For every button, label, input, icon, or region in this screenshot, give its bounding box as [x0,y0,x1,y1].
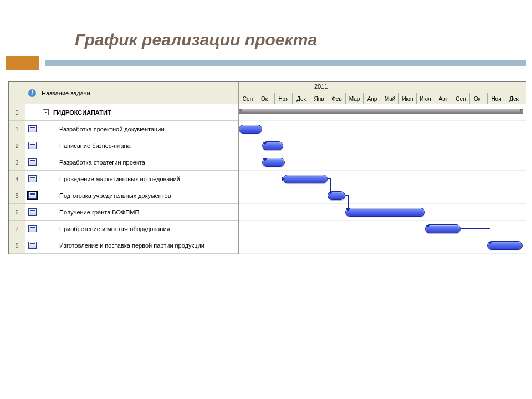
task-row-name: Получение гранта БОФПМП [39,204,238,220]
task-row-name: -ГИДРОКСИАПАТИТ [39,104,238,120]
task-row-name: Проведение маркетинговых исследований [39,171,238,187]
timeline-header: 2011 СенОктНояДекЯнвФевМарАпрМайИюнИюлАв… [239,82,526,104]
calendar-icon [28,175,37,182]
calendar-icon [28,242,37,249]
timeline-month: Июн [398,93,416,104]
gantt-bar[interactable] [239,125,262,134]
task-row[interactable]: 5Подготовка учредительных документов [9,187,238,204]
task-row-indicator [25,121,39,137]
task-table-header: i Название задачи [9,82,238,104]
task-row-name: Разработка проектной документации [39,121,238,137]
task-row-name: Подготовка учредительных документов [39,187,238,203]
timeline-month: Окт [257,93,274,104]
task-row-number: 2 [9,137,25,154]
gantt-chart: i Название задачи 0-ГИДРОКСИАПАТИТ1Разра… [8,81,526,254]
task-row-number: 4 [9,171,25,187]
task-row-indicator [25,137,39,154]
timeline-row[interactable] [239,154,526,171]
timeline[interactable]: 2011 СенОктНояДекЯнвФевМарАпрМайИюнИюлАв… [239,82,526,254]
task-row-name: Разработка стратегии проекта [39,154,238,170]
task-row-indicator [25,171,39,187]
task-row[interactable]: 7Приобретение и монтаж оборудования [9,221,238,237]
calendar-icon [28,158,37,166]
gantt-bar[interactable] [487,241,523,250]
task-row-indicator [25,221,39,237]
timeline-row[interactable] [239,121,526,137]
timeline-month: Ноя [274,93,292,104]
accent-bar [0,56,532,70]
task-table: i Название задачи 0-ГИДРОКСИАПАТИТ1Разра… [9,82,239,254]
timeline-row[interactable] [239,221,526,237]
col-header-number[interactable] [9,82,25,104]
calendar-icon [28,225,37,232]
task-row-number: 6 [9,204,25,220]
gantt-summary-bar[interactable] [239,109,523,114]
page-title: График реализации проекта [0,0,532,56]
task-row[interactable]: 3Разработка стратегии проекта [9,154,238,171]
task-row[interactable]: 8Изготовление и поставка первой партии п… [9,237,238,254]
task-row-indicator [25,154,39,170]
task-row[interactable]: 2Написание бизнес-плана [9,137,238,154]
task-row-number: 3 [9,154,25,170]
collapse-toggle[interactable]: - [43,109,49,115]
col-header-taskname[interactable]: Название задачи [39,82,238,104]
task-row-number: 7 [9,221,25,237]
info-icon: i [28,89,36,97]
task-row[interactable]: 6Получение гранта БОФПМП [9,204,238,221]
timeline-month: Сен [452,93,469,104]
task-row-name: Приобретение и монтаж оборудования [39,221,238,237]
calendar-icon [28,208,37,216]
timeline-month: Авг [434,93,452,104]
task-row-indicator [25,237,39,253]
accent-blue [45,60,526,66]
gantt-bar[interactable] [425,224,461,233]
task-row-name: Изготовление и поставка первой партии пр… [39,237,238,253]
timeline-row[interactable] [239,237,526,254]
accent-orange [6,56,39,70]
col-header-info[interactable]: i [25,82,39,104]
timeline-month: Дек [505,93,523,104]
timeline-month: Дек [292,93,310,104]
task-row-indicator [25,204,39,220]
task-row-number: 1 [9,121,25,137]
timeline-month: Окт [469,93,487,104]
gantt-bar[interactable] [283,175,328,183]
timeline-month: Сен [239,93,257,104]
timeline-months: СенОктНояДекЯнвФевМарАпрМайИюнИюлАвгСенО… [239,93,526,104]
task-row[interactable]: 1Разработка проектной документации [9,121,238,137]
timeline-month: Ноя [487,93,505,104]
task-row-number: 0 [9,104,25,120]
task-row[interactable]: 0-ГИДРОКСИАПАТИТ [9,104,238,121]
timeline-row[interactable] [239,187,526,204]
calendar-icon [28,125,37,132]
timeline-month: Апр [363,93,381,104]
timeline-row[interactable] [239,204,526,221]
timeline-row[interactable] [239,137,526,154]
timeline-month: Янв [310,93,328,104]
timeline-row[interactable] [239,104,526,121]
timeline-month: Я [523,93,526,104]
task-row-number: 8 [9,237,25,253]
calendar-icon [28,142,37,149]
calendar-icon [28,192,37,199]
gantt-bar[interactable] [345,208,425,217]
timeline-body[interactable] [239,104,526,254]
timeline-month: Июл [416,93,434,104]
task-row-name: Написание бизнес-плана [39,137,238,154]
task-row[interactable]: 4Проведение маркетинговых исследований [9,171,238,187]
timeline-year: 2011 [312,83,328,93]
timeline-month: Май [381,93,398,104]
task-row-indicator [25,187,39,203]
task-row-number: 5 [9,187,25,203]
timeline-month: Фев [328,93,345,104]
timeline-month: Мар [345,93,363,104]
task-row-indicator [25,104,39,120]
